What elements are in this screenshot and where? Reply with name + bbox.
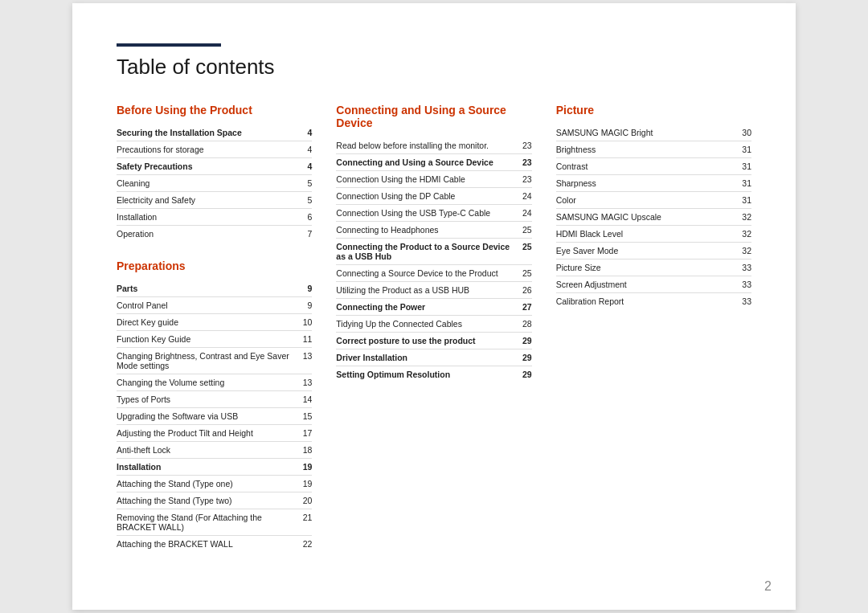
table-row: Removing the Stand (For Attaching the BR… [117,509,312,536]
section-title-picture: Picture [556,104,751,116]
table-row: Connecting the Power27 [336,299,531,316]
toc-page: 32 [735,209,751,226]
toc-page: 23 [516,154,532,171]
table-row: Function Key Guide11 [117,331,312,348]
toc-label: Precautions for storage [117,141,296,158]
toc-page: 31 [735,192,751,209]
toc-label: Setting Optimum Resolution [336,366,515,383]
toc-page: 7 [296,226,312,243]
toc-label: Connecting the Power [336,299,515,316]
page: Table of contents Before Using the Produ… [72,3,796,610]
toc-label: Operation [117,226,296,243]
table-row: Color31 [556,192,751,209]
toc-label: Upgrading the Software via USB [117,408,296,425]
toc-page: 29 [516,349,532,366]
table-row: Attaching the BRACKET WALL22 [117,536,312,553]
table-row: Driver Installation29 [336,349,531,366]
toc-page: 13 [296,348,312,374]
col1: Before Using the Product Securing the In… [117,104,336,570]
toc-page: 26 [516,282,532,299]
table-row: Screen Adjustment33 [556,276,751,293]
toc-label: Electricity and Safety [117,192,296,209]
toc-label: SAMSUNG MAGIC Upscale [556,209,735,226]
toc-page: 33 [735,293,751,310]
table-row: Types of Ports14 [117,391,312,408]
table-row: Contrast31 [556,158,751,175]
table-row: SAMSUNG MAGIC Upscale32 [556,209,751,226]
toc-page: 18 [296,442,312,459]
section-title-connecting: Connecting and Using a Source Device [336,104,531,129]
toc-page: 25 [516,239,532,265]
table-row: Safety Precautions4 [117,158,312,175]
toc-page: 31 [735,175,751,192]
table-row: Connecting the Product to a Source Devic… [336,239,531,265]
toc-label: Picture Size [556,260,735,276]
section-connecting: Connecting and Using a Source Device Rea… [336,104,531,382]
toc-page: 9 [296,280,312,297]
table-row: Installation19 [117,459,312,476]
toc-label: Installation [117,209,296,226]
toc-page: 27 [516,299,532,316]
table-row: Connection Using the HDMI Cable23 [336,171,531,188]
table-row: Attaching the Stand (Type one)19 [117,476,312,492]
toc-page: 25 [516,265,532,282]
toc-page: 4 [296,141,312,158]
col3: Picture SAMSUNG MAGIC Bright30Brightness… [556,104,751,570]
toc-label: Sharpness [556,175,735,192]
col2: Connecting and Using a Source Device Rea… [336,104,555,570]
toc-label: Control Panel [117,297,296,314]
toc-label: Anti-theft Lock [117,442,296,459]
toc-label: Connecting to Headphones [336,222,515,239]
toc-page: 30 [735,125,751,141]
toc-label: Read below before installing the monitor… [336,137,515,154]
toc-label: Changing the Volume setting [117,374,296,391]
toc-label: Installation [117,459,296,476]
toc-label: Attaching the Stand (Type two) [117,492,296,509]
title-bar [117,43,221,47]
toc-page: 24 [516,188,532,205]
toc-page: 24 [516,205,532,222]
table-row: SAMSUNG MAGIC Bright30 [556,125,751,141]
toc-table-preparations: Parts9Control Panel9Direct Key guide10Fu… [117,280,312,552]
table-row: Utilizing the Product as a USB HUB26 [336,282,531,299]
toc-label: Connection Using the HDMI Cable [336,171,515,188]
table-row: Control Panel9 [117,297,312,314]
toc-page: 4 [296,158,312,175]
table-row: Changing the Volume setting13 [117,374,312,391]
toc-page: 32 [735,243,751,260]
table-row: Sharpness31 [556,175,751,192]
table-row: Upgrading the Software via USB15 [117,408,312,425]
table-row: Brightness31 [556,141,751,158]
toc-label: HDMI Black Level [556,226,735,243]
toc-label: Connecting and Using a Source Device [336,154,515,171]
toc-label: Driver Installation [336,349,515,366]
table-row: Operation7 [117,226,312,243]
toc-label: Adjusting the Product Tilt and Height [117,425,296,442]
toc-table-before-using: Securing the Installation Space4Precauti… [117,125,312,242]
toc-page: 22 [296,536,312,553]
toc-page: 33 [735,276,751,293]
table-row: Installation6 [117,209,312,226]
page-title: Table of contents [117,55,751,80]
toc-page: 20 [296,492,312,509]
table-row: Cleaning5 [117,175,312,192]
toc-page: 21 [296,509,312,536]
toc-label: Contrast [556,158,735,175]
toc-page: 4 [296,125,312,141]
table-row: Direct Key guide10 [117,314,312,331]
toc-label: Connecting a Source Device to the Produc… [336,265,515,282]
table-row: Attaching the Stand (Type two)20 [117,492,312,509]
toc-page: 19 [296,459,312,476]
table-row: Electricity and Safety5 [117,192,312,209]
table-row: Anti-theft Lock18 [117,442,312,459]
toc-label: Types of Ports [117,391,296,408]
toc-page: 9 [296,297,312,314]
toc-label: Screen Adjustment [556,276,735,293]
toc-page: 5 [296,192,312,209]
toc-page: 11 [296,331,312,348]
toc-label: Utilizing the Product as a USB HUB [336,282,515,299]
toc-page: 32 [735,226,751,243]
toc-page: 29 [516,366,532,383]
table-row: Setting Optimum Resolution29 [336,366,531,383]
table-row: Connection Using the DP Cable24 [336,188,531,205]
